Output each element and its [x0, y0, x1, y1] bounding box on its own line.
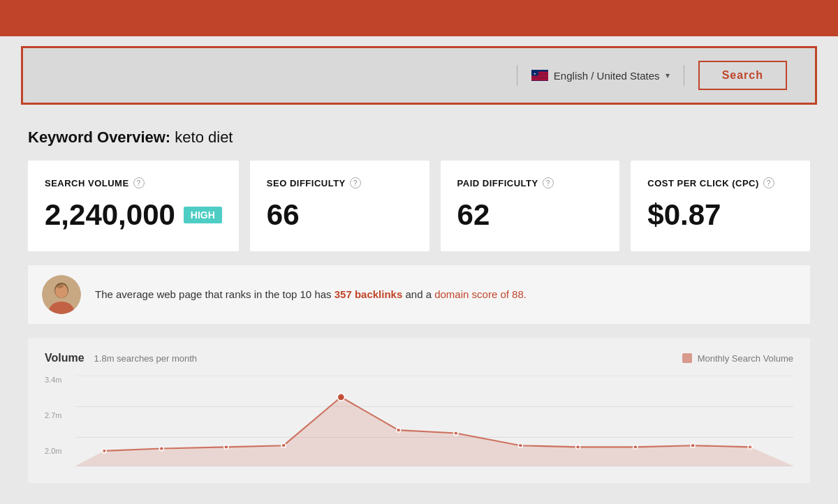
search-button[interactable]: Search: [698, 61, 787, 90]
y-label-1: 2.7m: [45, 411, 70, 420]
chart-title-area: Volume 1.8m searches per month: [45, 352, 197, 364]
info-prefix: The average web page that ranks in the t…: [95, 288, 335, 300]
chart-title: Volume: [45, 352, 84, 364]
svg-point-28: [748, 445, 752, 449]
chevron-down-icon: ▾: [666, 71, 670, 80]
stats-row: SEARCH VOLUME ? 2,240,000 HIGH SEO DIFFI…: [28, 161, 810, 251]
svg-point-26: [633, 445, 638, 449]
svg-point-25: [576, 445, 580, 449]
svg-rect-5: [531, 79, 548, 80]
stat-card-paid-difficulty: PAID DIFFICULTY ? 62: [441, 161, 620, 251]
legend-swatch: [682, 353, 692, 363]
title-keyword: keto diet: [175, 128, 233, 146]
backlinks-highlight: 357 backlinks: [335, 288, 403, 300]
locale-label: English / United States: [554, 70, 660, 82]
info-row: The average web page that ranks in the t…: [28, 265, 810, 324]
stat-label-paid-difficulty: PAID DIFFICULTY ?: [457, 177, 603, 188]
legend-label: Monthly Search Volume: [698, 353, 793, 364]
svg-point-12: [57, 284, 64, 288]
svg-point-27: [691, 443, 695, 447]
stat-label-seo-difficulty: SEO DIFFICULTY ?: [267, 177, 413, 188]
y-label-2: 2.0m: [45, 447, 70, 455]
svg-text:★: ★: [534, 72, 536, 75]
title-prefix: Keyword Overview:: [28, 128, 170, 146]
top-bar: [0, 0, 838, 36]
search-container: keto diet ★ English / United States ▾ Se…: [21, 46, 817, 105]
divider: [517, 65, 517, 86]
stat-value-search-volume: 2,240,000 HIGH: [45, 198, 222, 232]
chart-header: Volume 1.8m searches per month Monthly S…: [45, 352, 793, 364]
svg-point-18: [159, 446, 163, 450]
svg-point-17: [102, 449, 106, 453]
stat-label-cpc: COST PER CLICK (CPC) ?: [647, 177, 793, 188]
stat-value-paid-difficulty: 62: [457, 198, 603, 232]
high-badge: HIGH: [184, 207, 222, 223]
chart-legend: Monthly Search Volume: [682, 353, 793, 364]
chart-area: Volume 1.8m searches per month Monthly S…: [28, 338, 810, 483]
chart-body: 3.4m 2.7m 2.0m: [45, 376, 793, 469]
help-icon-paid-difficulty[interactable]: ?: [543, 177, 554, 188]
stat-value-seo-difficulty: 66: [267, 198, 413, 232]
domain-score-highlight: domain score of 88.: [434, 288, 527, 300]
stat-card-search-volume: SEARCH VOLUME ? 2,240,000 HIGH: [28, 161, 239, 251]
info-text: The average web page that ranks in the t…: [95, 287, 527, 303]
stat-label-search-volume: SEARCH VOLUME ?: [45, 177, 222, 188]
page-title: Keyword Overview: keto diet: [28, 128, 810, 147]
info-middle: and a: [402, 288, 434, 300]
avatar-image: [42, 275, 81, 314]
avatar: [42, 275, 81, 314]
help-icon-search-volume[interactable]: ?: [133, 177, 145, 188]
locale-selector[interactable]: ★ English / United States ▾: [531, 70, 670, 82]
stat-value-cpc: $0.87: [647, 198, 793, 232]
search-input[interactable]: keto diet: [51, 69, 503, 82]
svg-point-21: [337, 394, 344, 401]
svg-rect-2: [531, 77, 548, 79]
chart-subtitle: 1.8m searches per month: [94, 353, 197, 364]
divider2: [684, 65, 684, 86]
svg-point-24: [518, 443, 522, 447]
svg-point-20: [281, 443, 286, 447]
svg-point-23: [454, 431, 458, 435]
flag-icon: ★: [531, 70, 548, 81]
help-icon-seo-difficulty[interactable]: ?: [350, 177, 361, 188]
y-label-0: 3.4m: [45, 376, 70, 384]
stat-card-seo-difficulty: SEO DIFFICULTY ? 66: [250, 161, 429, 251]
main-content: Keyword Overview: keto diet SEARCH VOLUM…: [0, 114, 838, 497]
chart-svg: [75, 376, 793, 469]
stat-card-cpc: COST PER CLICK (CPC) ? $0.87: [631, 161, 810, 251]
help-icon-cpc[interactable]: ?: [763, 177, 774, 188]
svg-point-22: [397, 428, 401, 432]
svg-point-19: [224, 445, 228, 449]
